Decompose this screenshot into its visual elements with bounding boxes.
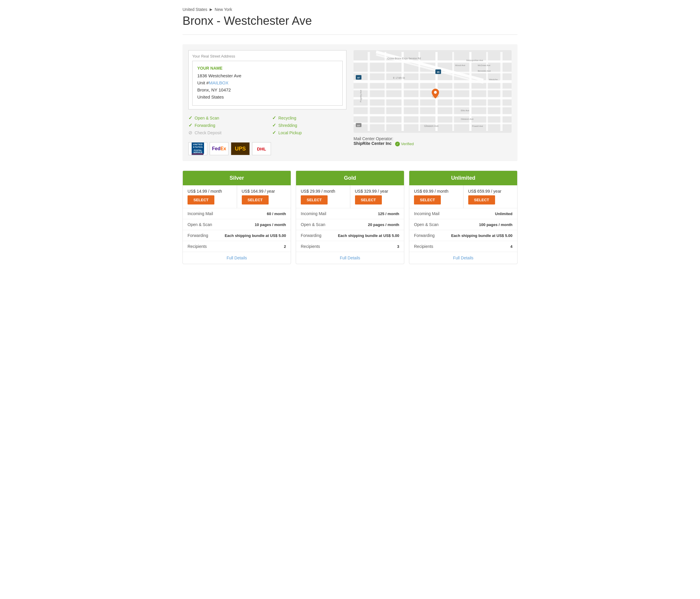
page-title: Bronx - Westchester Ave (182, 14, 518, 27)
select-monthly-button-unlimited[interactable]: SELECT (414, 195, 441, 205)
select-monthly-button-gold[interactable]: SELECT (301, 195, 328, 205)
svg-text:Powell Ave: Powell Ave (472, 125, 483, 127)
carriers-section: UNITED STATES POSTAL SERVICE FedEx UPS D… (189, 142, 347, 155)
monthly-price: US$ 69.99 / month (414, 189, 458, 194)
feature-label: Forwarding (414, 233, 434, 238)
svg-text:Ellis Ave: Ellis Ave (461, 109, 469, 112)
select-yearly-button-gold[interactable]: SELECT (355, 195, 382, 205)
location-info-section: Your Real Street Address YOUR NAME 1836 … (182, 44, 518, 161)
feature-value: 10 pages / month (255, 222, 286, 227)
full-details-silver[interactable]: Full Details (183, 252, 291, 264)
full-details-link-silver[interactable]: Full Details (226, 256, 247, 260)
feature-label: Open & Scan (188, 222, 212, 227)
feature-label: Incoming Mail (414, 211, 439, 216)
carrier-ups: UPS (231, 142, 250, 155)
feature-local-pickup: ✓ Local Pickup (272, 129, 347, 136)
full-details-unlimited[interactable]: Full Details (409, 252, 517, 264)
feature-open-scan: ✓ Open & Scan (189, 114, 263, 122)
price-row-silver: US$ 14.99 / month SELECT US$ 164.99 / ye… (183, 185, 291, 208)
feature-label: Open & Scan (414, 222, 439, 227)
breadcrumb-arrow: ▶ (210, 7, 212, 11)
svg-text:Wood Ave: Wood Ave (455, 64, 466, 67)
feature-link-open-scan[interactable]: Open & Scan (195, 116, 219, 120)
monthly-price-cell: US$ 14.99 / month SELECT (183, 185, 237, 208)
carrier-fedex: FedEx (210, 142, 228, 155)
check-icon-open-scan: ✓ (189, 115, 192, 121)
svg-rect-17 (500, 52, 503, 131)
feature-value: 125 / month (378, 212, 399, 216)
disabled-icon-check-deposit: ⊘ (189, 130, 192, 136)
feature-col-1: ✓ Open & Scan ✓ Forwarding ⊘ Check Depos… (189, 114, 263, 136)
plan-feature-row: Incoming Mail Unlimited (409, 208, 517, 219)
yearly-price-cell: US$ 164.99 / year SELECT (237, 185, 291, 208)
address-outer-box: Your Real Street Address YOUR NAME 1836 … (189, 50, 347, 110)
feature-link-recycling[interactable]: Recycling (278, 116, 296, 120)
select-yearly-button-unlimited[interactable]: SELECT (468, 195, 495, 205)
feature-label: Forwarding (188, 233, 208, 238)
feature-link-shredding[interactable]: Shredding (278, 123, 297, 128)
feature-forwarding: ✓ Forwarding (189, 122, 263, 129)
check-icon-recycling: ✓ (272, 115, 276, 121)
feature-value: Each shipping bundle at US$ 5.00 (225, 233, 286, 238)
full-details-link-gold[interactable]: Full Details (340, 256, 360, 260)
feature-label: Recipients (414, 244, 433, 249)
yearly-price: US$ 164.99 / year (242, 189, 286, 194)
svg-text:BR: BR (357, 124, 360, 127)
feature-label: Open & Scan (301, 222, 325, 227)
feature-label: Incoming Mail (188, 211, 213, 216)
mailbox-placeholder: MAILBOX (209, 80, 228, 85)
full-details-link-unlimited[interactable]: Full Details (453, 256, 473, 260)
feature-shredding: ✓ Shredding (272, 122, 347, 129)
plan-card-gold: Gold US$ 29.99 / month SELECT US$ 329.99… (296, 171, 404, 264)
feature-check-deposit: ⊘ Check Deposit (189, 129, 263, 136)
svg-point-37 (434, 91, 437, 94)
feature-col-2: ✓ Recycling ✓ Shredding ✓ Local Pickup (272, 114, 347, 136)
svg-text:Westche...: Westche... (489, 78, 500, 81)
map-container: Cross Bronx Expy Service Rd E 174th St P… (353, 50, 511, 133)
select-monthly-button-silver[interactable]: SELECT (188, 195, 215, 205)
full-details-gold[interactable]: Full Details (296, 252, 404, 264)
plan-header-unlimited: Unlimited (409, 171, 517, 185)
monthly-price-cell: US$ 29.99 / month SELECT (296, 185, 350, 208)
feature-value: 2 (284, 244, 286, 249)
carrier-dhl: DHL (252, 142, 271, 155)
monthly-price: US$ 14.99 / month (188, 189, 232, 194)
feature-value: Each shipping bundle at US$ 5.00 (451, 233, 512, 238)
plan-card-unlimited: Unlimited US$ 69.99 / month SELECT US$ 6… (409, 171, 518, 264)
feature-label: Forwarding (301, 233, 321, 238)
plan-feature-row: Recipients 2 (183, 241, 291, 252)
plan-body-gold: US$ 29.99 / month SELECT US$ 329.99 / ye… (296, 185, 404, 264)
svg-text:McGraw Ave: McGraw Ave (478, 64, 490, 67)
feature-link-forwarding[interactable]: Forwarding (195, 123, 215, 128)
ups-logo: UPS (235, 146, 246, 152)
plan-feature-row: Forwarding Each shipping bundle at US$ 5… (183, 230, 291, 241)
plan-body-unlimited: US$ 69.99 / month SELECT US$ 659.99 / ye… (409, 185, 517, 264)
svg-text:95: 95 (437, 71, 440, 73)
feature-value: Unlimited (495, 212, 512, 216)
select-yearly-button-silver[interactable]: SELECT (242, 195, 269, 205)
plan-card-silver: Silver US$ 14.99 / month SELECT US$ 164.… (182, 171, 291, 264)
fedex-logo: FedEx (212, 146, 226, 151)
plan-body-silver: US$ 14.99 / month SELECT US$ 164.99 / ye… (183, 185, 291, 264)
plan-feature-row: Open & Scan 20 pages / month (296, 219, 404, 230)
plan-feature-row: Open & Scan 10 pages / month (183, 219, 291, 230)
feature-link-local-pickup[interactable]: Local Pickup (278, 130, 302, 135)
verified-badge: ✓ Verified (395, 142, 414, 146)
feature-value: 4 (510, 244, 512, 249)
feature-label: Incoming Mail (301, 211, 326, 216)
feature-value: 60 / month (267, 212, 286, 216)
svg-text:Metropolitan Ave: Metropolitan Ave (467, 59, 483, 62)
plan-feature-row: Incoming Mail 60 / month (183, 208, 291, 219)
features-grid: ✓ Open & Scan ✓ Forwarding ⊘ Check Depos… (189, 114, 347, 136)
svg-text:Benedict Ave: Benedict Ave (478, 70, 491, 72)
carrier-usps: UNITED STATES POSTAL SERVICE (189, 142, 207, 155)
unit-prefix: Unit # (197, 80, 209, 85)
check-icon-forwarding: ✓ (189, 122, 192, 128)
breadcrumb-part2[interactable]: New York (215, 7, 232, 12)
breadcrumb-part1[interactable]: United States (182, 7, 207, 12)
feature-value: 20 pages / month (368, 222, 399, 227)
monthly-price-cell: US$ 69.99 / month SELECT (409, 185, 464, 208)
operator-section: Mail Center Operator: ShipRite Center In… (353, 136, 511, 146)
yearly-price: US$ 659.99 / year (468, 189, 513, 194)
usps-logo: UNITED STATES POSTAL SERVICE (192, 143, 204, 155)
